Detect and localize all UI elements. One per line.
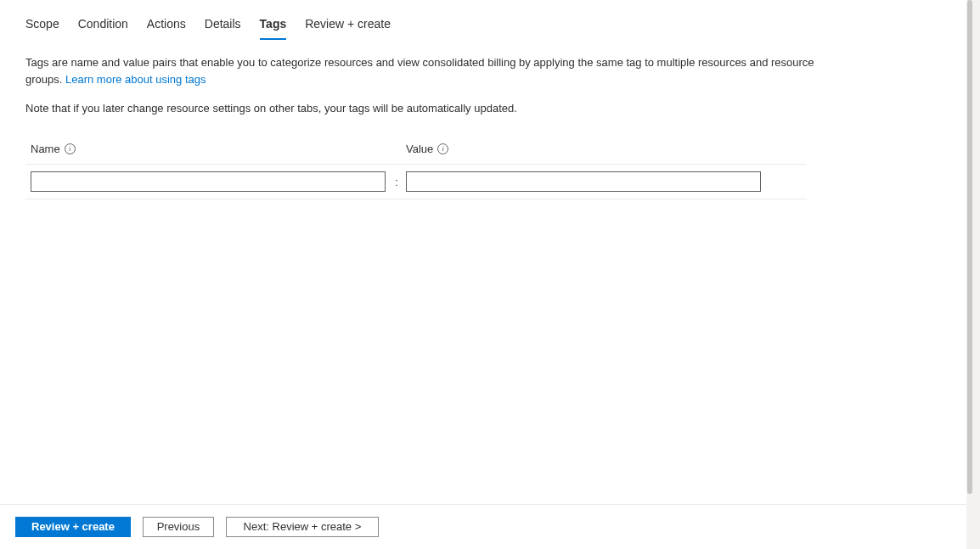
tags-header-row: Name i Value i	[25, 143, 807, 165]
column-name-text: Name	[31, 143, 60, 155]
tag-separator: :	[387, 176, 406, 188]
tab-review-create[interactable]: Review + create	[305, 17, 391, 39]
next-button[interactable]: Next: Review + create >	[226, 517, 379, 537]
scrollbar-track[interactable]	[966, 0, 973, 549]
footer: Review + create Previous Next: Review + …	[0, 504, 973, 549]
tab-actions[interactable]: Actions	[147, 17, 186, 39]
scrollbar-thumb[interactable]	[967, 0, 972, 494]
tab-condition[interactable]: Condition	[78, 17, 128, 39]
tabs: Scope Condition Actions Details Tags Rev…	[25, 0, 948, 39]
column-value-label: Value i	[406, 143, 448, 155]
tab-tags[interactable]: Tags	[260, 17, 287, 39]
column-name-label: Name i	[31, 143, 76, 155]
tags-input-row: :	[25, 165, 807, 199]
tag-value-input[interactable]	[406, 171, 761, 192]
previous-button[interactable]: Previous	[143, 517, 214, 537]
tag-name-input[interactable]	[31, 171, 386, 192]
tags-description: Tags are name and value pairs that enabl…	[25, 54, 841, 88]
tags-table: Name i Value i :	[25, 143, 807, 199]
tab-scope[interactable]: Scope	[25, 17, 59, 39]
tags-note: Note that if you later change resource s…	[25, 100, 948, 117]
column-value-text: Value	[406, 143, 433, 155]
tab-details[interactable]: Details	[205, 17, 241, 39]
info-icon[interactable]: i	[437, 143, 448, 154]
review-create-button[interactable]: Review + create	[15, 517, 131, 537]
info-icon[interactable]: i	[65, 143, 76, 154]
learn-more-link[interactable]: Learn more about using tags	[65, 73, 206, 86]
